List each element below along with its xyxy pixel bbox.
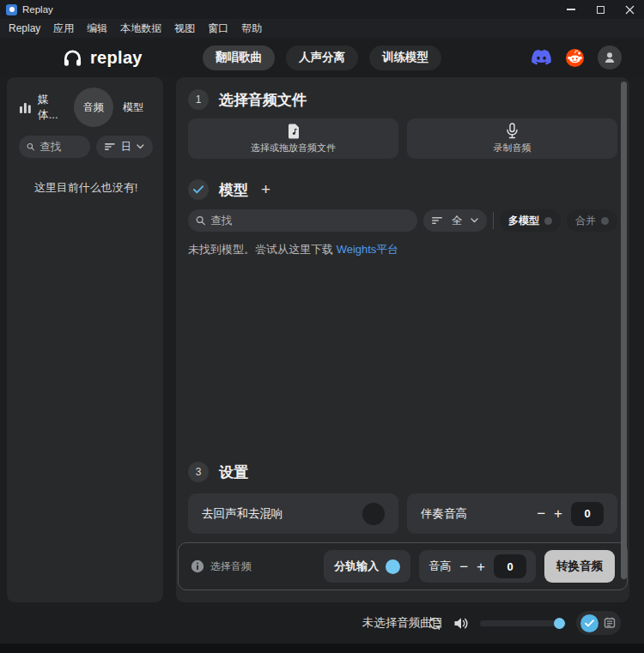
user-avatar-button[interactable] [598,45,622,70]
step1-buttons-row: 选择或拖放音频文件 录制音频 [188,118,617,159]
header: replay 翻唱歌曲 人声分离 训练模型 [0,38,644,77]
pitch-value[interactable]: 0 [494,554,526,578]
player-controls [427,602,621,644]
weights-link[interactable]: Weights平台 [337,243,399,256]
menu-edit[interactable]: 编辑 [87,21,107,36]
player-bar: 未选择音频曲目 [0,602,644,644]
sidebar-tab-audio[interactable]: 音频 [74,88,113,127]
main-tabs: 翻唱歌曲 人声分离 训练模型 [203,45,441,70]
pick-audio-file-button[interactable]: 选择或拖放音频文件 [188,118,398,159]
sidebar-title: 媒体... [38,92,69,123]
sidebar-tab-model[interactable]: 模型 [113,88,153,127]
window-minimize-button[interactable] [556,0,586,19]
merge-label: 合并 [575,214,596,228]
step2-header: 模型 + [188,179,617,200]
accompaniment-pitch-plus-button[interactable]: + [554,506,562,521]
sidebar-search-input[interactable] [39,141,82,153]
model-search-input[interactable] [210,215,410,227]
reddit-icon[interactable] [565,48,585,68]
body: 媒体... 音频 模型 [0,77,644,602]
check-icon [585,620,594,627]
menu-replay[interactable]: Replay [9,22,40,34]
merge-toggle[interactable]: 合并 [567,209,617,232]
sort-icon [432,216,443,225]
sidebar-tab-model-label: 模型 [123,100,143,114]
volume-slider[interactable] [480,620,566,626]
window-controls [556,0,644,19]
menu-app[interactable]: 应用 [53,21,74,36]
volume-icon[interactable] [453,616,470,631]
tab-cover-song[interactable]: 翻唱歌曲 [203,45,275,70]
output-device-group [576,611,621,635]
app-logo: replay [62,47,143,69]
add-model-button[interactable]: + [261,180,270,199]
media-sidebar: 媒体... 音频 模型 [7,77,163,602]
model-controls-row: 全 多模型 合并 [188,209,617,232]
split-track-toggle-dot [386,559,400,574]
info-icon [191,559,204,573]
model-search[interactable] [188,209,417,232]
step2-title: 模型 [219,180,248,200]
multi-model-label: 多模型 [508,214,539,228]
chevron-down-icon [471,218,478,223]
menu-window[interactable]: 窗口 [208,21,228,36]
titlebar: Replay [0,0,644,19]
volume-slider-knob [554,618,565,629]
sidebar-sort-label: 日 [121,140,132,154]
accompaniment-pitch-stepper: − + 0 [537,502,604,526]
discord-icon[interactable] [531,49,552,66]
sidebar-sort-dropdown[interactable]: 日 [96,136,153,158]
convert-audio-button[interactable]: 转换音频 [544,550,615,583]
output-device-icon[interactable] [603,616,617,630]
menu-local-data[interactable]: 本地数据 [120,21,161,36]
model-sort-dropdown[interactable]: 全 [423,209,487,232]
deecho-setting[interactable]: 去回声和去混响 [188,493,398,534]
main-panel: 1 选择音频文件 选择或拖放音频文件 [176,77,629,602]
headphones-logo-icon [62,47,83,69]
app-window: Replay Replay 应用 编辑 本地数据 视图 窗口 帮助 replay [0,0,644,653]
autoplay-check-button[interactable] [580,614,598,632]
pitch-plus-button[interactable]: + [477,559,485,574]
record-audio-button[interactable]: 录制音频 [407,118,617,159]
app-icon [6,4,17,15]
tab-vocal-separation[interactable]: 人声分离 [286,45,358,70]
close-icon [625,5,635,15]
window-close-button[interactable] [615,0,644,19]
step3-header: 3 设置 [188,462,617,482]
minimize-icon [567,9,575,9]
step1-header: 1 选择音频文件 [188,89,617,110]
deecho-label: 去回声和去混响 [202,506,283,522]
window-maximize-button[interactable] [586,0,615,19]
tab-train-model[interactable]: 训练模型 [369,45,441,70]
split-track-label: 分轨输入 [334,559,379,574]
step3-number-badge: 3 [188,462,209,482]
logo-text: replay [90,48,143,68]
user-icon [603,51,617,64]
music-file-icon [287,124,301,139]
main-scrollbar[interactable] [621,82,627,579]
select-audio-hint: 选择音频 [191,559,252,574]
accompaniment-pitch-value[interactable]: 0 [571,502,604,526]
conversion-action-bar: 选择音频 分轨输入 音高 − + 0 转换音频 [178,542,628,590]
split-track-toggle[interactable]: 分轨输入 [324,550,410,583]
sidebar-search[interactable] [19,136,90,158]
loop-icon[interactable] [427,615,443,632]
menu-help[interactable]: 帮助 [241,21,262,36]
pitch-control-group: 音高 − + 0 [419,550,536,583]
search-icon [196,215,205,226]
pitch-label: 音高 [428,559,451,574]
menu-view[interactable]: 视图 [174,21,195,36]
sidebar-header: 媒体... 音频 模型 [19,88,153,127]
accompaniment-pitch-label: 伴奏音高 [421,506,467,522]
deecho-toggle-knob[interactable] [362,503,385,525]
select-audio-hint-label: 选择音频 [210,559,252,574]
pitch-minus-button[interactable]: − [459,559,468,574]
model-empty-message: 未找到模型。尝试从这里下载 Weights平台 [188,242,617,257]
media-bars-icon [19,101,32,114]
model-empty-text: 未找到模型。尝试从这里下载 [188,243,333,256]
chevron-down-icon [137,144,144,149]
search-icon [27,142,34,152]
sidebar-empty-message: 这里目前什么也没有! [19,180,153,196]
accompaniment-pitch-minus-button[interactable]: − [537,506,545,521]
multi-model-toggle[interactable]: 多模型 [500,209,561,232]
